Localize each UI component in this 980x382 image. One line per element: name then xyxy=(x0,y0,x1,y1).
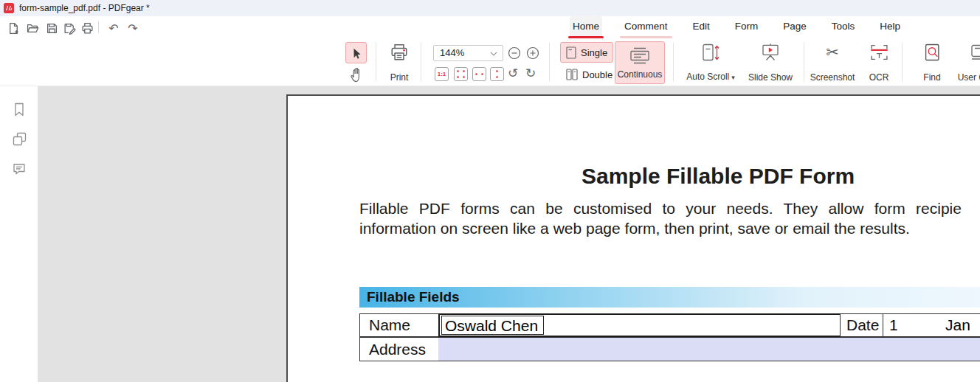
single-page-button[interactable]: Single xyxy=(560,42,613,63)
single-label: Single xyxy=(581,47,607,58)
comment-icon xyxy=(13,163,26,176)
double-label: Double xyxy=(582,69,612,80)
hand-icon xyxy=(349,66,364,83)
auto-scroll-caret-icon: ▾ xyxy=(731,74,735,81)
chevron-down-icon xyxy=(490,52,497,56)
print-quick-icon[interactable] xyxy=(80,21,94,35)
screenshot-label: Screenshot xyxy=(810,72,855,83)
auto-scroll-label: Auto Scroll xyxy=(686,72,729,82)
double-page-icon xyxy=(566,69,578,80)
actual-size-button[interactable]: 1:1 xyxy=(435,67,449,81)
redo-icon[interactable]: ↷ xyxy=(125,21,140,35)
zoom-level-select[interactable]: 144% xyxy=(433,45,503,61)
find-button[interactable]: Find xyxy=(915,42,949,83)
address-label-cell: Address xyxy=(359,337,440,361)
document-paragraph: Fillable PDF forms can be customised to … xyxy=(359,198,962,238)
comments-panel-button[interactable] xyxy=(11,161,27,177)
date-label-cell: Date xyxy=(840,313,884,337)
print-button[interactable]: Print xyxy=(382,42,416,83)
continuous-view-icon xyxy=(629,47,650,64)
hand-tool-button[interactable] xyxy=(346,65,367,84)
ocr-button[interactable]: OCR xyxy=(862,42,896,83)
section-header: Fillable Fields xyxy=(359,287,980,308)
toolbar-separator xyxy=(804,43,804,81)
print-label: Print xyxy=(390,72,409,83)
document-title: Sample Fillable PDF Form xyxy=(582,164,855,189)
user-guide-button[interactable]: User Guide xyxy=(953,42,980,83)
window-title: form-sample_pdf.pdf - PDFgear * xyxy=(19,0,150,16)
double-page-button[interactable]: Double xyxy=(560,66,618,83)
screenshot-button[interactable]: ✂ Screenshot xyxy=(809,42,856,83)
document-area: Sample Fillable PDF Form Fillable PDF fo… xyxy=(0,86,980,382)
undo-icon[interactable]: ↶ xyxy=(106,21,121,35)
tab-edit[interactable]: Edit xyxy=(690,16,713,38)
ocr-icon xyxy=(870,43,888,62)
tab-help[interactable]: Help xyxy=(877,16,903,38)
auto-scroll-icon xyxy=(701,43,720,63)
title-bar: form-sample_pdf.pdf - PDFgear * xyxy=(0,0,980,16)
cursor-arrow-icon xyxy=(351,47,362,59)
scissors-icon: ✂ xyxy=(826,43,839,62)
bookmarks-panel-button[interactable] xyxy=(11,101,27,117)
menu-row: ↶ ↷ Home Comment Edit Form Page Tools He… xyxy=(0,16,980,38)
pdfgear-logo-icon xyxy=(4,3,14,13)
slide-show-label: Slide Show xyxy=(748,72,793,83)
name-input-field[interactable]: Oswald Chen xyxy=(438,313,841,337)
zoom-out-button[interactable] xyxy=(508,46,521,60)
single-page-icon xyxy=(566,46,576,59)
paragraph-line-1: Fillable PDF forms can be customised to … xyxy=(359,198,962,218)
tab-form[interactable]: Form xyxy=(732,16,762,38)
name-input-value[interactable]: Oswald Chen xyxy=(441,316,544,335)
user-guide-icon xyxy=(970,43,980,62)
toolbar-separator xyxy=(376,43,376,81)
user-guide-label: User Guide xyxy=(958,72,980,83)
slide-show-icon xyxy=(761,43,780,62)
save-icon[interactable] xyxy=(44,21,59,35)
continuous-view-button[interactable]: Continuous xyxy=(615,41,665,84)
toolbar-separator xyxy=(673,43,674,81)
zoom-in-button[interactable] xyxy=(526,46,539,60)
printer-icon xyxy=(390,43,409,62)
name-label-cell: Name xyxy=(359,313,440,337)
toolbar-separator xyxy=(549,43,550,81)
fit-width-button[interactable] xyxy=(472,67,486,81)
auto-scroll-button[interactable]: Auto Scroll▾ xyxy=(680,42,741,83)
date-month-value[interactable]: Jan xyxy=(945,316,970,334)
find-label: Find xyxy=(923,72,940,83)
ocr-label: OCR xyxy=(869,72,889,83)
actual-size-label: 1:1 xyxy=(438,71,446,77)
thumbnails-panel-button[interactable] xyxy=(11,131,27,147)
rotate-left-icon[interactable]: ↺ xyxy=(508,65,518,81)
date-input-field[interactable]: 1 Jan xyxy=(883,313,980,337)
tab-tools[interactable]: Tools xyxy=(829,16,858,38)
left-panel xyxy=(0,86,38,382)
date-day-value[interactable]: 1 xyxy=(889,316,898,334)
toolbar: Print 144% 1:1 ↺ ↻ Single Double Continu… xyxy=(0,38,980,86)
pdf-page: Sample Fillable PDF Form Fillable PDF fo… xyxy=(286,94,980,382)
zoom-level-value: 144% xyxy=(440,47,464,58)
address-input-field[interactable] xyxy=(438,337,980,361)
select-tool-button[interactable] xyxy=(345,42,367,63)
bookmark-icon xyxy=(13,103,25,117)
slide-show-button[interactable]: Slide Show xyxy=(745,42,796,83)
find-icon xyxy=(924,43,941,62)
fit-height-button[interactable] xyxy=(490,67,504,81)
open-file-icon[interactable] xyxy=(25,21,40,35)
toolbar-separator xyxy=(902,43,903,81)
continuous-label: Continuous xyxy=(618,69,663,80)
paragraph-line-2: information on screen like a web page fo… xyxy=(359,218,962,238)
quick-access-separator xyxy=(98,21,99,33)
tab-comment[interactable]: Comment xyxy=(621,16,671,38)
fit-page-button[interactable] xyxy=(454,67,468,81)
tab-home[interactable]: Home xyxy=(570,16,602,38)
menu-tabs: Home Comment Edit Form Page Tools Help xyxy=(570,16,903,38)
pages-icon xyxy=(13,132,27,146)
toolbar-separator xyxy=(421,43,421,81)
save-as-icon[interactable] xyxy=(62,21,77,35)
rotate-right-icon[interactable]: ↻ xyxy=(525,65,536,81)
tab-page[interactable]: Page xyxy=(780,16,810,38)
new-file-icon[interactable] xyxy=(6,21,21,35)
